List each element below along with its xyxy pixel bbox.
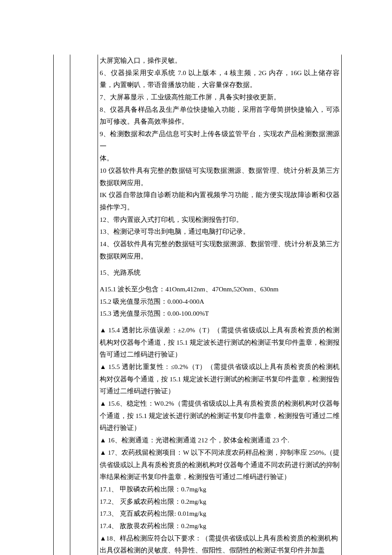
spec-line: 8、仪器具备样品名及生产单位快捷输入功能，采用首字母简拼快捷输入，可添加可修改。… bbox=[100, 104, 340, 128]
spec-line: ▲ 17、农药残留检测项目：W 以下不同浓度农药样品检测，抑制率应 250%,（… bbox=[100, 447, 340, 483]
spec-line: ▲ 16、检测通道：光谱检测通道 212 个，胶体金检测通道 23 个. bbox=[100, 434, 340, 447]
spec-line: 17.1、 甲胺磷农药检出限：0.7mg/kg bbox=[100, 483, 340, 496]
spec-line: 体。 bbox=[100, 152, 340, 165]
spec-line: 17.3、 克百威农药检出限: 0.01mg/kg bbox=[100, 508, 340, 520]
spec-line: 出具仪器检测的灵敏度、特异性、假阳性、假阴性的检测证书复印件并加盖 bbox=[100, 544, 340, 555]
spec-line: 6、仪器操采用安卓系统 7.0 以上版本，4 核主频，2G 内存，16G 以上储… bbox=[100, 67, 340, 91]
table-col-3: 大屏宽输入口，操作灵敏。6、仪器操采用安卓系统 7.0 以上版本，4 核主频，2… bbox=[98, 55, 342, 555]
table-col-1 bbox=[54, 55, 70, 555]
spec-line: 17.4、 敌敌畏农药检出限：0.2mg/kg bbox=[100, 520, 340, 532]
spec-line: 15、光路系统 bbox=[100, 267, 340, 279]
spec-line: ▲ 15.6、稳定性：W0.2%（需提供省级或以上具有质检资质的检测机构对仪器每… bbox=[100, 398, 340, 434]
spec-line: 17.2、 灭多威农药检出限：0.2mg/kg bbox=[100, 496, 340, 508]
table-col-2 bbox=[70, 55, 98, 555]
spec-line: A15.1 波长至少包含：41Onm,412nm、47Onm,52Onm、630… bbox=[100, 283, 340, 296]
spec-line: 9、检测数据和农产品信息可实时上传各级监管平台，实现农产品检测数据溯源一 bbox=[100, 128, 340, 152]
spec-line: 10 仪器软件具有完整的数据链可实现数据溯源、数据管理、统计分析及第三方数据联网… bbox=[100, 165, 340, 189]
spec-table: 大屏宽输入口，操作灵敏。6、仪器操采用安卓系统 7.0 以上版本，4 核主频，2… bbox=[53, 55, 342, 555]
spec-line: ▲ 15.5 透射比重复性：≤0.2%（T）（需提供省级或以上具有质检资质的检测… bbox=[100, 361, 340, 398]
spec-line: 大屏宽输入口，操作灵敏。 bbox=[100, 55, 340, 67]
spec-line: 7、大屏幕显示，工业级高性能工作屏，具备实时接收更新。 bbox=[100, 91, 340, 104]
spec-line: 13、检测记录可导出到电脑，通过电脑打印记录。 bbox=[100, 226, 340, 238]
spec-line: ▲18、样品检测应符合以下要求：（需提供省级或以上具有质检资质的检测机构 bbox=[100, 532, 340, 545]
spec-line: 12、带内置嵌入式打印机，实现检测报告打印。 bbox=[100, 214, 340, 226]
spec-line: 15.2 吸光值显示范围：0.000-4·000A bbox=[100, 296, 340, 308]
document-page: 大屏宽输入口，操作灵敏。6、仪器操采用安卓系统 7.0 以上版本，4 核主频，2… bbox=[0, 0, 392, 555]
spec-line: ▲ 15.4 透射比示值误差：±2.0%（T）（需提供省级或以上具有质检资质的检… bbox=[100, 324, 340, 361]
spec-line: IK 仪器自带故障自诊断功能和内置视频学习功能，能方便实现故障诊断和仪器操作学习… bbox=[100, 189, 340, 213]
spec-line: 14、仪器软件具有完整的数据链可实现数据溯源、数据管理、统计分析及第三方数据联网… bbox=[100, 238, 340, 262]
spec-line: 15.3 透光值显示范围：0.00-100.00%T bbox=[100, 308, 340, 320]
